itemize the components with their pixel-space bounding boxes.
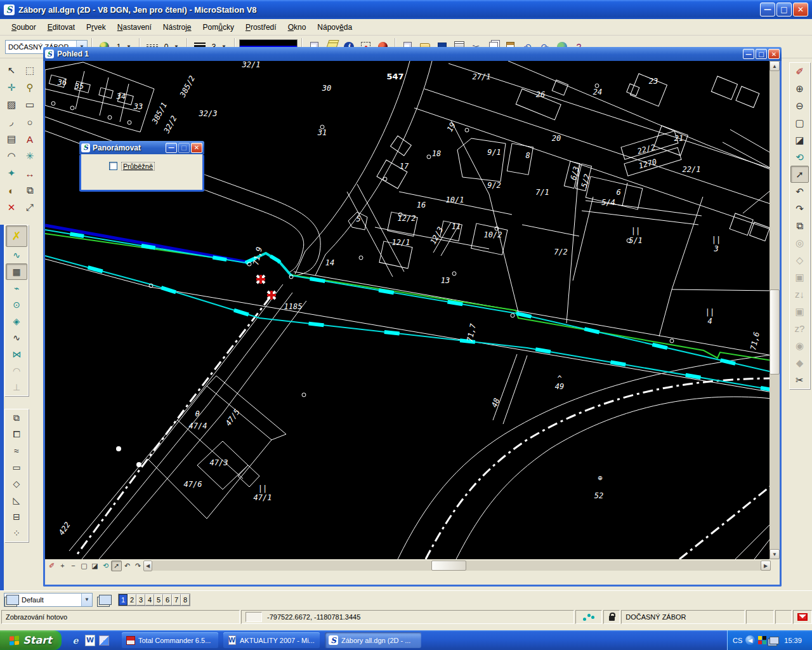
crossing-tool-icon[interactable]: ⋈ — [6, 346, 27, 362]
circle-point-tool-icon[interactable]: ⊙ — [6, 296, 27, 313]
minimize-button[interactable]: — — [760, 3, 775, 17]
view-group-dropdown-icon[interactable]: ▼ — [81, 594, 92, 606]
vt-fit-icon[interactable]: ◪ — [89, 560, 100, 571]
window-area-icon[interactable]: ▢ — [790, 114, 809, 131]
dialog-minimize-button[interactable]: — — [166, 143, 177, 153]
locks-field[interactable] — [603, 610, 620, 624]
depth-active-icon[interactable]: z↓ — [790, 286, 809, 303]
measure-icon[interactable]: ↔ — [21, 165, 39, 182]
vt-zoom-in-icon[interactable]: + — [57, 560, 68, 571]
scroll-down-icon[interactable]: ▼ — [769, 549, 780, 559]
clip-volume-icon[interactable]: ✂ — [790, 371, 809, 388]
wavy-tool-icon[interactable]: ≈ — [6, 442, 27, 459]
horizontal-scrollbar[interactable]: ▶ — [152, 560, 771, 571]
rotate-tool-icon[interactable]: ◇ — [6, 475, 27, 492]
menu-nastaveni[interactable]: Nastavení — [112, 21, 157, 34]
menu-editovat[interactable]: Editovat — [43, 21, 80, 34]
horizontal-scroll-thumb[interactable] — [431, 560, 466, 571]
fit-view-icon[interactable]: ◪ — [790, 131, 809, 149]
dialog-close-button[interactable]: ✕ — [191, 143, 202, 153]
scroll-up-icon[interactable]: ▲ — [769, 61, 780, 71]
active-level-field[interactable]: DOČASNÝ ZÁBOR — [621, 610, 745, 624]
snap-mode-field[interactable] — [575, 610, 602, 624]
view-toggle-8[interactable]: 8 — [181, 594, 190, 606]
change-perspective-icon[interactable]: ◇ — [790, 251, 809, 269]
zoom-in-icon[interactable]: ⊕ — [790, 80, 809, 97]
quick-launch-ie-icon[interactable]: e — [70, 635, 81, 646]
menu-pomucky[interactable]: Pomůcky — [198, 21, 239, 34]
task-button-2[interactable]: WAKTUALITY 2007 - Mi... — [223, 632, 320, 648]
dialog-maximize-button[interactable]: □ — [178, 143, 190, 153]
vt-prev-icon[interactable]: ↶ — [122, 560, 133, 571]
rect-copy-tool-icon[interactable]: ▭ — [6, 459, 27, 475]
view-toggle-6[interactable]: 6 — [163, 594, 172, 606]
pan-dialog-title-bar[interactable]: S Panorámovat — □ ✕ — [79, 141, 204, 154]
zabor-fence-tool-icon[interactable]: ✗ — [6, 225, 27, 247]
dimension-icon[interactable]: ✦ — [3, 165, 20, 182]
manage-view-groups-icon[interactable] — [96, 592, 114, 607]
change-attributes-icon[interactable]: ⧉ — [21, 182, 39, 199]
display-mode2-icon[interactable]: ▣ — [790, 303, 809, 320]
language-indicator[interactable]: CS — [733, 637, 742, 644]
zoom-out-icon[interactable]: ⊖ — [790, 97, 809, 114]
scroll-left-icon[interactable]: ◀ — [143, 560, 152, 571]
view-minimize-button[interactable]: — — [743, 49, 754, 59]
view-group-combo[interactable]: Default ▼ — [4, 593, 93, 607]
view-toggle-2[interactable]: 2 — [128, 594, 136, 606]
view-maximize-button[interactable]: □ — [756, 49, 767, 59]
view-toggle-1[interactable]: 1 — [119, 594, 128, 606]
view-next-icon[interactable]: ↷ — [790, 200, 809, 217]
view-title-bar[interactable]: S Pohled 1 — □ ✕ — [43, 47, 782, 61]
vt-zoom-out-icon[interactable]: − — [68, 560, 79, 571]
map-canvas[interactable]: 32/136353433385/2385/132/232/3303154727/… — [45, 61, 772, 559]
menu-okno[interactable]: Okno — [283, 21, 311, 34]
view-toggle-5[interactable]: 5 — [154, 594, 163, 606]
vt-update-icon[interactable]: ✐ — [46, 560, 57, 571]
ellipses-icon[interactable]: ○ — [21, 114, 39, 130]
align-tool-icon[interactable]: ⊟ — [6, 508, 27, 525]
task-button-1[interactable]: Total Commander 6.5... — [122, 632, 218, 648]
view-toggle-4[interactable]: 4 — [145, 594, 154, 606]
delete-element-icon[interactable]: ✕ — [3, 199, 20, 216]
copy-element-tool-icon[interactable]: ⧉ — [6, 409, 27, 426]
menu-napoveda[interactable]: Nápověda — [312, 21, 357, 34]
arc-tool-icon[interactable]: ◠ — [6, 362, 27, 379]
text-icon[interactable]: A — [21, 131, 39, 147]
vertical-scroll-thumb[interactable] — [769, 289, 780, 375]
vt-pan-icon[interactable]: ➚ — [111, 560, 122, 571]
copy-view-icon[interactable]: ⧉ — [790, 217, 809, 234]
vt-next-icon[interactable]: ↷ — [133, 560, 143, 571]
color-palette-icon[interactable]: ◐ — [3, 182, 20, 199]
fence-icon[interactable]: ⬚ — [21, 62, 39, 79]
tentative-point-icon[interactable]: ⚲ — [21, 79, 39, 96]
view-close-button[interactable]: ✕ — [768, 49, 780, 59]
menu-soubor[interactable]: Soubor — [6, 21, 41, 34]
continuous-checkbox[interactable] — [109, 162, 117, 170]
continuous-checkbox-label[interactable]: Průběžně — [121, 162, 155, 171]
pan-view-icon[interactable]: ➚ — [790, 166, 809, 183]
task-button-3[interactable]: SZábory all.dgn (2D - ... — [325, 632, 421, 648]
quick-launch-app-icon[interactable] — [99, 635, 109, 646]
curves-icon[interactable]: ◠ — [3, 148, 20, 164]
diamond-point-tool-icon[interactable]: ◈ — [6, 313, 27, 329]
vt-window-area-icon[interactable]: ▢ — [79, 560, 89, 571]
camera-icon[interactable]: ◉ — [790, 337, 809, 354]
mirror-tool-icon[interactable]: ◺ — [6, 492, 27, 508]
curve-point-tool-icon[interactable]: ∿ — [6, 247, 27, 263]
shapes-icon[interactable]: ▭ — [21, 96, 39, 113]
menu-prostredi[interactable]: Prostředí — [240, 21, 282, 34]
arcs-icon[interactable]: ◞ — [3, 114, 20, 130]
vt-rotate-icon[interactable]: ⟲ — [100, 560, 111, 571]
display-mode-icon[interactable]: ▣ — [790, 269, 809, 286]
zoom-select-icon[interactable]: ◎ — [790, 234, 809, 251]
close-button[interactable]: ✕ — [793, 3, 808, 17]
move-element-tool-icon[interactable]: ⧠ — [6, 426, 27, 442]
menu-nastroje[interactable]: Nástroje — [158, 21, 197, 34]
points-icon[interactable]: ✳ — [21, 148, 39, 164]
depth-display-icon[interactable]: z? — [790, 320, 809, 337]
render-icon[interactable]: ◆ — [790, 354, 809, 371]
drop-element-icon[interactable]: ⤢ — [21, 199, 39, 216]
rotate-view-icon[interactable]: ⟲ — [790, 149, 809, 166]
vertical-scrollbar[interactable]: ▲ ▼ — [769, 61, 780, 559]
segment-tool-icon[interactable]: ⌁ — [6, 280, 27, 296]
